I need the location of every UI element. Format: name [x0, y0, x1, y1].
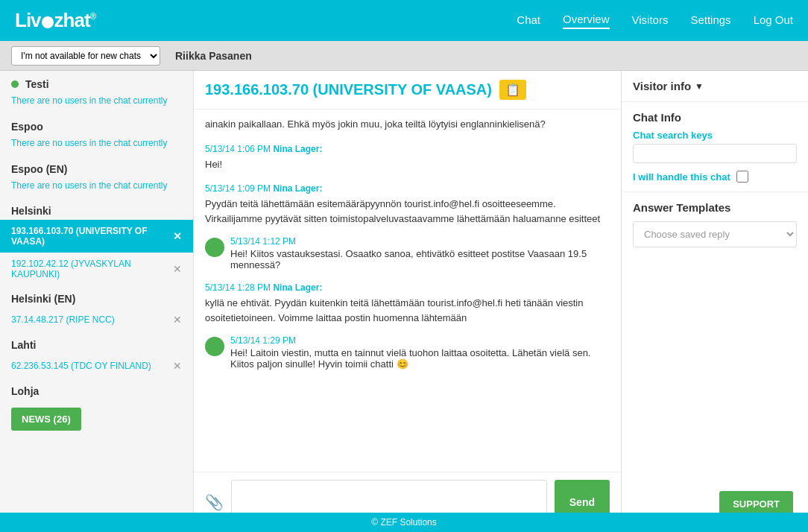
message-body-0: ainakin paikallaan. Ehkä myös jokin muu,… [205, 117, 610, 132]
chat-icon-button[interactable]: 📋 [499, 80, 526, 100]
message-1: 5/13/14 1:06 PM Nina Lager: Hei! [205, 142, 610, 172]
footer-text: © ZEF Solutions [371, 517, 437, 528]
chat-area: 193.166.103.70 (UNIVERSITY OF VAASA) 📋 a… [194, 71, 622, 532]
availability-select[interactable]: I'm not available for new chats [11, 46, 160, 66]
nav-logout[interactable]: Log Out [754, 13, 793, 28]
nav-chat[interactable]: Chat [517, 13, 540, 28]
chat-info-title: Chat Info [633, 111, 797, 124]
visitor-body-5: Hei! Laitoin viestin, mutta en tainnut v… [230, 347, 610, 370]
nav-settings[interactable]: Settings [690, 13, 730, 28]
chat-messages: ainakin paikallaan. Ehkä myös jokin muu,… [194, 110, 621, 472]
sidebar-section-helsinki-en: Helsinki (EN) [0, 285, 193, 308]
sender-2: Nina Lager: [273, 183, 322, 194]
message-body-1: Hei! [205, 157, 610, 172]
message-5: 5/13/14 1:29 PM Hei! Laitoin viestin, mu… [205, 335, 610, 370]
sender-4: Nina Lager: [273, 282, 322, 293]
message-4: 5/13/14 1:28 PM Nina Lager: kyllä ne eht… [205, 281, 610, 325]
close-chat-jyvaskylan[interactable]: ✕ [173, 263, 182, 275]
sender-1: Nina Lager: [273, 144, 322, 154]
file-attach-button[interactable]: 📎 [205, 493, 224, 511]
sidebar-section-espoo: Espoo [0, 113, 193, 136]
visitor-meta-5: 5/13/14 1:29 PM [230, 335, 610, 346]
visitor-avatar-5 [205, 337, 224, 356]
espoo-en-no-users: There are no users in the chat currently [0, 178, 193, 198]
sidebar: Testi There are no users in the chat cur… [0, 71, 194, 532]
answer-templates-section: Answer Templates Choose saved reply [622, 192, 808, 256]
sidebar-section-lohja: Lohja [0, 378, 193, 400]
message-body-2: Pyydän teitä lähettämään esitemääräpyynn… [205, 197, 610, 226]
testi-no-users: There are no users in the chat currently [0, 93, 193, 113]
chat-header: 193.166.103.70 (UNIVERSITY OF VAASA) 📋 [194, 71, 621, 110]
handle-this-label: I will handle this chat [633, 171, 730, 183]
chat-search-input[interactable] [633, 144, 797, 163]
close-chat-vaasa[interactable]: ✕ [173, 230, 182, 242]
chat-search-keys: Chat search keys [633, 130, 797, 163]
top-nav: Livzhat® Chat Overview Visitors Settings… [0, 0, 808, 41]
chat-info-section: Chat Info Chat search keys I will handle… [622, 102, 808, 192]
visitor-avatar-3 [205, 238, 224, 257]
message-2: 5/13/14 1:09 PM Nina Lager: Pyydän teitä… [205, 182, 610, 226]
sidebar-section-testi: Testi [0, 71, 193, 93]
sidebar-section-lahti: Lahti [0, 332, 193, 354]
message-meta-1: 5/13/14 1:06 PM Nina Lager: [205, 142, 610, 156]
agent-name: Riikka Pasanen [175, 50, 252, 62]
message-body-4: kyllä ne ehtivät. Pyydän kuitenkin teitä… [205, 296, 610, 325]
close-chat-ripe[interactable]: ✕ [173, 314, 182, 326]
message-3: 5/13/14 1:12 PM Hei! Kiitos vastauksesta… [205, 236, 610, 270]
sidebar-section-helsinki: Helsinki [0, 197, 193, 220]
handle-this-checkbox[interactable] [736, 171, 748, 183]
chat-search-label: Chat search keys [633, 130, 797, 141]
visitor-info-title[interactable]: Visitor info ▼ [633, 80, 797, 92]
chevron-down-icon: ▼ [695, 81, 704, 92]
chat-title: 193.166.103.70 (UNIVERSITY OF VAASA) [205, 81, 492, 98]
chat-item-university-vaasa[interactable]: 193.166.103.70 (UNIVERSITY OF VAASA) ✕ [0, 220, 193, 253]
logo: Livzhat® [15, 9, 95, 32]
answer-templates-title: Answer Templates [633, 201, 797, 214]
visitor-body-3: Hei! Kiitos vastauksestasi. Osaatko sano… [230, 248, 610, 270]
message-0: ainakin paikallaan. Ehkä myös jokin muu,… [205, 117, 610, 132]
saved-reply-wrapper: Choose saved reply [633, 221, 797, 247]
chat-item-ripe[interactable]: 37.14.48.217 (RIPE NCC) ✕ [0, 308, 193, 332]
message-meta-2: 5/13/14 1:09 PM Nina Lager: [205, 182, 610, 195]
nav-overview[interactable]: Overview [563, 13, 610, 29]
subheader: I'm not available for new chats Riikka P… [0, 41, 808, 71]
right-panel: Visitor info ▼ Chat Info Chat search key… [622, 71, 808, 532]
visitor-meta-3: 5/13/14 1:12 PM [230, 236, 610, 247]
nav-links: Chat Overview Visitors Settings Log Out [517, 13, 793, 29]
news-button[interactable]: NEWS (26) [11, 408, 81, 431]
chat-item-tdc[interactable]: 62.236.53.145 (TDC OY FINLAND) ✕ [0, 354, 193, 378]
nav-visitors[interactable]: Visitors [632, 13, 669, 28]
footer: © ZEF Solutions [0, 513, 808, 532]
visitor-info-section: Visitor info ▼ [622, 71, 808, 102]
chat-item-jyvaskylan[interactable]: 192.102.42.12 (JYVASKYLAN KAUPUNKI) ✕ [0, 253, 193, 285]
saved-reply-select[interactable]: Choose saved reply [633, 221, 797, 247]
testi-dot [11, 80, 19, 88]
espoo-no-users: There are no users in the chat currently [0, 136, 193, 156]
sidebar-section-espoo-en: Espoo (EN) [0, 156, 193, 178]
handle-this-chat: I will handle this chat [633, 171, 797, 183]
message-meta-4: 5/13/14 1:28 PM Nina Lager: [205, 281, 610, 294]
main-layout: Testi There are no users in the chat cur… [0, 71, 808, 532]
close-chat-tdc[interactable]: ✕ [173, 360, 182, 372]
